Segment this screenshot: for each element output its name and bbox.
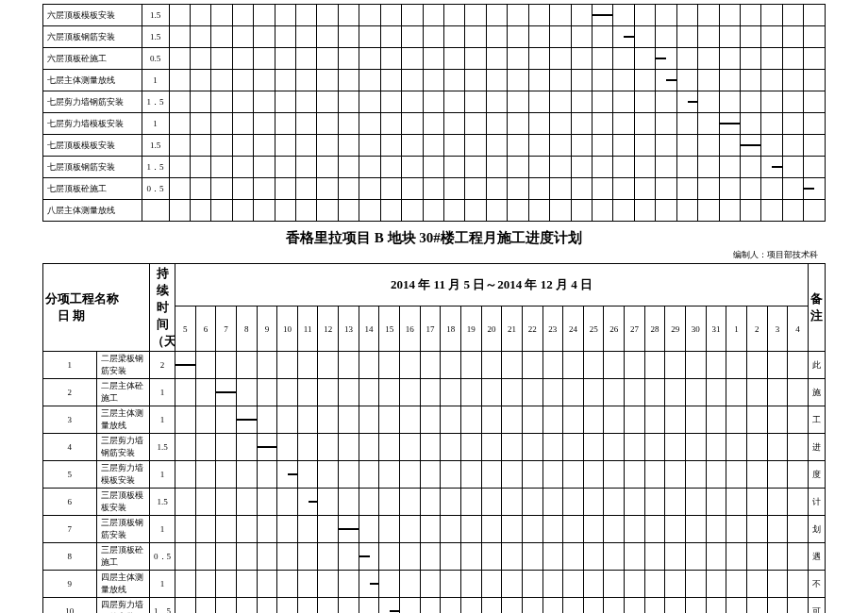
gantt-table-bottom: 分项工程名称 日 期持续时间（天）2014 年 11 月 5 日～2014 年 … (42, 263, 826, 613)
task-name: 二层梁板钢筋安装 (96, 352, 150, 379)
day-header: 7 (216, 306, 237, 352)
task-name: 四层剪力墙钢筋安装 (96, 598, 150, 614)
task-name: 七层顶板钢筋安装 (43, 157, 142, 178)
task-index: 9 (43, 571, 97, 598)
page-title: 香格里拉项目 B 地块 30#楼工程月施工进度计划 (42, 229, 826, 247)
task-duration: 0．5 (142, 178, 169, 200)
task-index: 3 (43, 406, 97, 434)
author-label: 编制人：项目部技术科 (42, 249, 818, 261)
task-index: 2 (43, 379, 97, 406)
day-header: 1 (726, 306, 747, 352)
day-header: 23 (542, 306, 563, 352)
task-index: 1 (43, 352, 97, 379)
notes-cell: 度 (809, 461, 826, 489)
day-header: 6 (195, 306, 216, 352)
task-name: 四层主体测量放线 (96, 571, 150, 598)
day-header: 29 (665, 306, 686, 352)
gantt-bar (390, 610, 399, 612)
header-notes: 备注 (809, 264, 826, 352)
task-index: 6 (43, 489, 97, 516)
gantt-bar (688, 101, 698, 103)
task-duration: 1．5 (150, 598, 175, 614)
task-name: 三层剪力墙钢筋安装 (96, 434, 150, 461)
task-name: 三层剪力墙模板安装 (96, 461, 150, 489)
gantt-bar (624, 36, 634, 38)
notes-cell: 此 (809, 352, 826, 379)
gantt-bar (772, 166, 782, 168)
task-duration: 0.5 (142, 48, 169, 70)
day-header: 11 (297, 306, 318, 352)
gantt-bar (666, 79, 676, 81)
task-duration: 1 (150, 571, 175, 598)
day-header: 26 (604, 306, 625, 352)
gantt-bar (339, 528, 359, 530)
task-duration: 1 (150, 461, 175, 489)
notes-cell: 进 (809, 434, 826, 461)
day-header: 22 (522, 306, 542, 352)
task-name: 六层顶板砼施工 (43, 48, 142, 70)
task-duration: 1 (142, 113, 169, 135)
task-name: 七层顶板模板安装 (43, 135, 142, 157)
task-index: 5 (43, 461, 97, 489)
day-header: 10 (277, 306, 298, 352)
task-duration: 1 (150, 379, 175, 406)
task-duration: 1．5 (142, 157, 169, 178)
task-duration: 1 (142, 70, 169, 91)
task-name: 二层主体砼施工 (96, 379, 150, 406)
task-name: 三层顶板砼施工 (96, 543, 150, 571)
task-name: 三层顶板模板安装 (96, 489, 150, 516)
day-header: 20 (481, 306, 502, 352)
task-index: 10 (43, 598, 97, 614)
gantt-bar (804, 188, 814, 190)
gantt-bar (720, 123, 741, 124)
gantt-bar (216, 391, 236, 393)
day-header: 24 (563, 306, 584, 352)
gantt-bar (359, 555, 370, 557)
gantt-table-top: 六层顶板模板安装1.5六层顶板钢筋安装1.5六层顶板砼施工0.5七层主体测量放线… (42, 4, 826, 222)
gantt-bar (237, 419, 257, 421)
header-task-col: 分项工程名称 日 期 (43, 264, 150, 352)
task-name: 三层主体测量放线 (96, 406, 150, 434)
day-header: 3 (767, 306, 788, 352)
task-name: 六层顶板钢筋安装 (43, 26, 142, 48)
gantt-bar (288, 473, 297, 475)
notes-cell: 不 (809, 571, 826, 598)
task-duration: 1 (150, 516, 175, 543)
gantt-bar (741, 144, 761, 146)
day-header: 5 (175, 306, 196, 352)
day-header: 14 (359, 306, 379, 352)
task-duration (142, 200, 169, 222)
task-duration: 1.5 (150, 434, 175, 461)
task-name: 八层主体测量放线 (43, 200, 142, 222)
day-header: 4 (788, 306, 809, 352)
day-header: 9 (257, 306, 277, 352)
task-name: 六层顶板模板安装 (43, 5, 142, 26)
day-header: 21 (502, 306, 523, 352)
task-index: 4 (43, 434, 97, 461)
day-header: 16 (400, 306, 421, 352)
day-header: 31 (706, 306, 726, 352)
day-header: 28 (644, 306, 665, 352)
task-duration: 1.5 (150, 489, 175, 516)
task-index: 8 (43, 543, 97, 571)
day-header: 13 (339, 306, 359, 352)
task-index: 7 (43, 516, 97, 543)
task-name: 三层顶板钢筋安装 (96, 516, 150, 543)
gantt-bar (258, 446, 277, 448)
notes-cell: 划 (809, 516, 826, 543)
notes-cell: 遇 (809, 543, 826, 571)
notes-cell: 施 (809, 379, 826, 406)
task-name: 七层顶板砼施工 (43, 178, 142, 200)
task-duration: 2 (150, 352, 175, 379)
task-name: 七层主体测量放线 (43, 70, 142, 91)
day-header: 18 (441, 306, 461, 352)
task-name: 七层剪力墙模板安装 (43, 113, 142, 135)
day-header: 8 (236, 306, 257, 352)
task-duration: 1.5 (142, 26, 169, 48)
day-header: 27 (625, 306, 645, 352)
gantt-bar (370, 583, 379, 585)
day-header: 17 (420, 306, 441, 352)
day-header: 12 (318, 306, 339, 352)
day-header: 30 (686, 306, 707, 352)
task-duration: 1 (150, 406, 175, 434)
